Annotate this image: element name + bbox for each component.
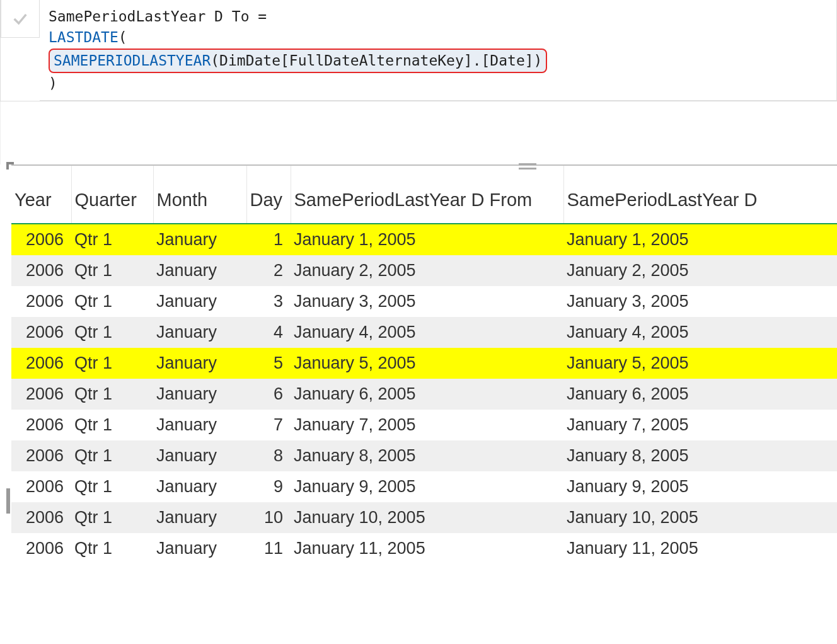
table-row[interactable]: 2006Qtr 1January3January 3, 2005January … [11,286,837,317]
col-header-year[interactable]: Year [11,166,71,224]
col-header-month[interactable]: Month [153,166,246,224]
cell-month: January [153,471,246,502]
cell-year: 2006 [11,533,71,564]
cell-to: January 6, 2005 [563,379,837,410]
cell-from: January 11, 2005 [291,533,563,564]
cell-from: January 9, 2005 [291,471,563,502]
cell-year: 2006 [11,502,71,533]
cell-to: January 8, 2005 [563,440,837,471]
cell-quarter: Qtr 1 [71,348,153,379]
cell-from: January 8, 2005 [291,440,563,471]
table-row[interactable]: 2006Qtr 1January1January 1, 2005January … [11,224,837,255]
cell-quarter: Qtr 1 [71,286,153,317]
cell-day: 6 [246,379,291,410]
cell-year: 2006 [11,410,71,440]
cell-from: January 4, 2005 [291,317,563,348]
cell-day: 2 [246,255,291,286]
table-side-handle-icon[interactable] [6,488,10,514]
commit-check-button[interactable] [1,0,40,38]
cell-to: January 4, 2005 [563,317,837,348]
table-row[interactable]: 2006Qtr 1January9January 9, 2005January … [11,471,837,502]
cell-month: January [153,410,246,440]
cell-to: January 5, 2005 [563,348,837,379]
cell-month: January [153,224,246,255]
cell-to: January 1, 2005 [563,224,837,255]
cell-from: January 5, 2005 [291,348,563,379]
table-corner-handle-icon[interactable] [6,162,14,170]
cell-quarter: Qtr 1 [71,224,153,255]
cell-year: 2006 [11,255,71,286]
table-row[interactable]: 2006Qtr 1January8January 8, 2005January … [11,440,837,471]
data-table: Year Quarter Month Day SamePeriodLastYea… [11,166,837,564]
check-icon [11,10,29,28]
col-header-from[interactable]: SamePeriodLastYear D From [291,166,563,224]
cell-day: 3 [246,286,291,317]
cell-to: January 9, 2005 [563,471,837,502]
cell-year: 2006 [11,379,71,410]
cell-day: 11 [246,533,291,564]
table-body: 2006Qtr 1January1January 1, 2005January … [11,224,837,564]
cell-to: January 7, 2005 [563,410,837,440]
col-header-quarter[interactable]: Quarter [71,166,153,224]
cell-day: 10 [246,502,291,533]
table-row[interactable]: 2006Qtr 1January11January 11, 2005Januar… [11,533,837,564]
cell-from: January 7, 2005 [291,410,563,440]
cell-month: January [153,348,246,379]
table-row[interactable]: 2006Qtr 1January6January 6, 2005January … [11,379,837,410]
formula-paren-open: ( [118,29,127,45]
cell-day: 4 [246,317,291,348]
formula-func-sply: SAMEPERIODLASTYEAR [54,52,211,69]
table-row[interactable]: 2006Qtr 1January4January 4, 2005January … [11,317,837,348]
cell-quarter: Qtr 1 [71,471,153,502]
cell-to: January 10, 2005 [563,502,837,533]
formula-bar: SamePeriodLastYear D To = LASTDATE( SAME… [0,0,837,101]
col-header-to[interactable]: SamePeriodLastYear D [563,166,837,224]
cell-year: 2006 [11,286,71,317]
cell-month: January [153,317,246,348]
cell-day: 5 [246,348,291,379]
col-header-day[interactable]: Day [246,166,291,224]
cell-quarter: Qtr 1 [71,502,153,533]
cell-month: January [153,286,246,317]
cell-quarter: Qtr 1 [71,533,153,564]
cell-quarter: Qtr 1 [71,410,153,440]
spacer [0,101,837,164]
formula-editor[interactable]: SamePeriodLastYear D To = LASTDATE( SAME… [40,0,837,101]
table-drag-grip-icon[interactable] [519,163,536,170]
cell-month: January [153,379,246,410]
cell-day: 9 [246,471,291,502]
formula-func-lastdate: LASTDATE [49,29,118,45]
formula-args: (DimDate[FullDateAlternateKey].[Date]) [211,52,542,69]
cell-year: 2006 [11,224,71,255]
cell-year: 2006 [11,440,71,471]
table-header-row: Year Quarter Month Day SamePeriodLastYea… [11,166,837,224]
formula-highlight-box: SAMEPERIODLASTYEAR(DimDate[FullDateAlter… [49,49,547,73]
cell-to: January 11, 2005 [563,533,837,564]
cell-month: January [153,440,246,471]
cell-from: January 10, 2005 [291,502,563,533]
cell-day: 8 [246,440,291,471]
table-row[interactable]: 2006Qtr 1January5January 5, 2005January … [11,348,837,379]
cell-year: 2006 [11,348,71,379]
cell-from: January 6, 2005 [291,379,563,410]
table-row[interactable]: 2006Qtr 1January2January 2, 2005January … [11,255,837,286]
cell-from: January 1, 2005 [291,224,563,255]
cell-month: January [153,255,246,286]
cell-quarter: Qtr 1 [71,379,153,410]
table-row[interactable]: 2006Qtr 1January10January 10, 2005Januar… [11,502,837,533]
cell-month: January [153,533,246,564]
cell-quarter: Qtr 1 [71,317,153,348]
formula-paren-close: ) [49,75,57,91]
cell-year: 2006 [11,317,71,348]
cell-year: 2006 [11,471,71,502]
cell-to: January 2, 2005 [563,255,837,286]
formula-line1: SamePeriodLastYear D To = [49,8,267,25]
data-table-container: Year Quarter Month Day SamePeriodLastYea… [11,164,837,564]
cell-from: January 3, 2005 [291,286,563,317]
cell-to: January 3, 2005 [563,286,837,317]
cell-month: January [153,502,246,533]
cell-day: 7 [246,410,291,440]
cell-quarter: Qtr 1 [71,440,153,471]
cell-from: January 2, 2005 [291,255,563,286]
table-row[interactable]: 2006Qtr 1January7January 7, 2005January … [11,410,837,440]
